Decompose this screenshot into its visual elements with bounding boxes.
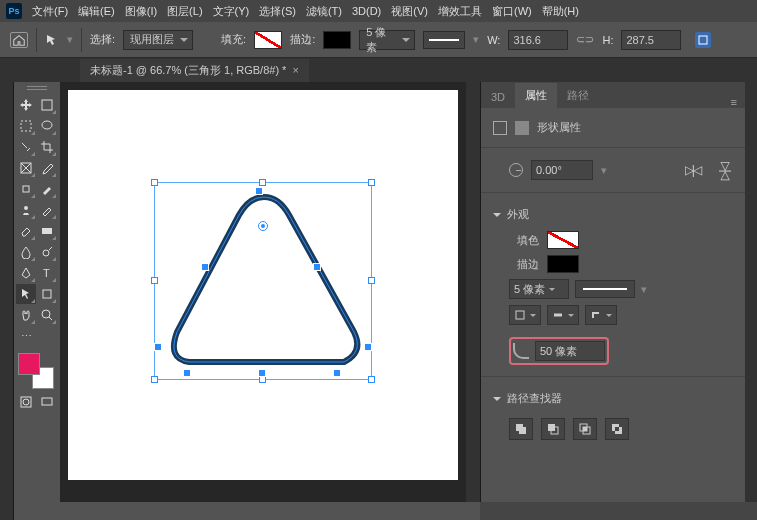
width-input[interactable]: 316.6: [508, 30, 568, 50]
color-swatches[interactable]: [16, 351, 56, 391]
canvas-area[interactable]: [60, 82, 466, 520]
menu-help[interactable]: 帮助(H): [542, 4, 579, 19]
anchor-br[interactable]: [364, 343, 372, 351]
stroke-width-combo[interactable]: 5 像素: [359, 30, 415, 50]
handle-tr[interactable]: [368, 179, 375, 186]
anchor-b3[interactable]: [333, 369, 341, 377]
eraser-tool[interactable]: [16, 221, 36, 241]
tab-3d[interactable]: 3D: [481, 86, 515, 108]
pathfinder-unite[interactable]: [509, 418, 533, 440]
link-wh-icon[interactable]: ⊂⊃: [576, 33, 594, 46]
toolbox: T ⋯: [14, 82, 60, 520]
path-select-tool[interactable]: [16, 284, 36, 304]
panel-stroke-swatch[interactable]: [547, 255, 579, 273]
fill-swatch[interactable]: [254, 31, 282, 49]
frame-tool[interactable]: [16, 158, 36, 178]
handle-tl[interactable]: [151, 179, 158, 186]
stroke-align[interactable]: [509, 305, 541, 325]
menu-edit[interactable]: 编辑(E): [78, 4, 115, 19]
brush-tool[interactable]: [37, 179, 57, 199]
menu-image[interactable]: 图像(I): [125, 4, 157, 19]
menu-file[interactable]: 文件(F): [32, 4, 68, 19]
svg-point-3: [42, 121, 52, 129]
handle-bm[interactable]: [259, 376, 266, 383]
type-tool[interactable]: T: [37, 263, 57, 283]
appearance-section[interactable]: 外观: [493, 201, 733, 228]
anchor-l[interactable]: [201, 263, 209, 271]
menu-select[interactable]: 选择(S): [259, 4, 296, 19]
triangle-shape[interactable]: [159, 187, 369, 377]
eyedropper-tool[interactable]: [37, 158, 57, 178]
artboard-tool[interactable]: [37, 95, 57, 115]
align-icon[interactable]: [695, 32, 711, 48]
pen-tool[interactable]: [16, 263, 36, 283]
pathfinder-exclude[interactable]: [605, 418, 629, 440]
menu-type[interactable]: 文字(Y): [213, 4, 250, 19]
zoom-tool[interactable]: [37, 305, 57, 325]
flip-h-icon[interactable]: ▷|◁: [685, 163, 700, 177]
height-input[interactable]: 287.5: [621, 30, 681, 50]
panel-fill-swatch[interactable]: [547, 231, 579, 249]
handle-tm[interactable]: [259, 179, 266, 186]
pathfinder-section[interactable]: 路径查找器: [493, 385, 733, 412]
document-tab[interactable]: 未标题-1 @ 66.7% (三角形 1, RGB/8#) *×: [80, 59, 309, 82]
crop-tool[interactable]: [37, 137, 57, 157]
marquee-tool[interactable]: [16, 116, 36, 136]
heal-tool[interactable]: [16, 179, 36, 199]
handle-bl[interactable]: [151, 376, 158, 383]
path-select-icon[interactable]: [45, 33, 59, 47]
history-brush-tool[interactable]: [37, 200, 57, 220]
menu-layer[interactable]: 图层(L): [167, 4, 202, 19]
blur-tool[interactable]: [16, 242, 36, 262]
quick-select-tool[interactable]: [16, 137, 36, 157]
flip-v-icon[interactable]: ▷|◁: [718, 162, 732, 177]
handle-mr[interactable]: [368, 277, 375, 284]
handle-ml[interactable]: [151, 277, 158, 284]
panel-stroke-width[interactable]: 5 像素: [509, 279, 569, 299]
corner-radius-input[interactable]: 50 像素: [535, 341, 605, 361]
dodge-tool[interactable]: [37, 242, 57, 262]
stroke-caps[interactable]: [547, 305, 579, 325]
tab-properties[interactable]: 属性: [515, 83, 557, 108]
stroke-swatch[interactable]: [323, 31, 351, 49]
handle-br[interactable]: [368, 376, 375, 383]
edit-toolbar[interactable]: ⋯: [16, 326, 36, 346]
menu-filter[interactable]: 滤镜(T): [306, 4, 342, 19]
transform-bounding-box[interactable]: [154, 182, 372, 380]
svg-point-13: [42, 310, 50, 318]
select-layer-combo[interactable]: 现用图层: [123, 30, 193, 50]
panel-stroke-style[interactable]: [575, 280, 635, 298]
close-tab-icon[interactable]: ×: [292, 64, 298, 76]
angle-input[interactable]: 0.00°: [531, 160, 593, 180]
menu-window[interactable]: 窗口(W): [492, 4, 532, 19]
move-tool[interactable]: [16, 95, 36, 115]
angle-icon: [509, 163, 523, 177]
anchor-b1[interactable]: [183, 369, 191, 377]
screenmode-tool[interactable]: [37, 392, 57, 412]
hand-tool[interactable]: [16, 305, 36, 325]
lasso-tool[interactable]: [37, 116, 57, 136]
menu-3d[interactable]: 3D(D): [352, 5, 381, 17]
panel-menu-icon[interactable]: ≡: [723, 96, 745, 108]
home-icon[interactable]: [10, 32, 28, 48]
pathfinder-subtract[interactable]: [541, 418, 565, 440]
tab-paths[interactable]: 路径: [557, 83, 599, 108]
anchor-bl[interactable]: [154, 343, 162, 351]
gradient-tool[interactable]: [37, 221, 57, 241]
menu-plugins[interactable]: 增效工具: [438, 4, 482, 19]
pathfinder-intersect[interactable]: [573, 418, 597, 440]
stamp-tool[interactable]: [16, 200, 36, 220]
shape-tool[interactable]: [37, 284, 57, 304]
anchor-b2[interactable]: [258, 369, 266, 377]
fill-lab: 填色: [509, 233, 539, 248]
anchor-top[interactable]: [255, 187, 263, 195]
stroke-style-combo[interactable]: [423, 31, 465, 49]
width-label: W:: [487, 34, 500, 46]
svg-point-16: [23, 399, 29, 405]
canvas[interactable]: [68, 90, 458, 480]
menu-view[interactable]: 视图(V): [391, 4, 428, 19]
anchor-r[interactable]: [313, 263, 321, 271]
quickmask-tool[interactable]: [16, 392, 36, 412]
stroke-corners[interactable]: [585, 305, 617, 325]
svg-rect-8: [42, 228, 52, 234]
